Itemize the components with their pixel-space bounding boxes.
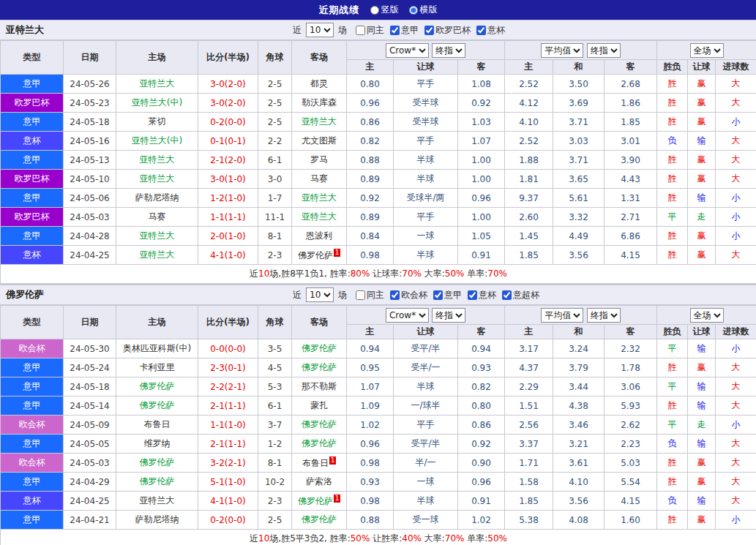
match-count-select[interactable]: 10: [306, 287, 334, 302]
match-score[interactable]: 1-1(1-1): [198, 208, 258, 227]
layout-horizontal-option[interactable]: 横版: [409, 4, 438, 16]
league-filter-option[interactable]: 欧会杯: [390, 289, 427, 301]
team-name-link[interactable]: 佛罗伦萨: [140, 381, 175, 391]
odds-company-select[interactable]: Crow*: [386, 308, 429, 323]
team-name-link[interactable]: 佛罗伦萨: [140, 457, 175, 467]
team-name-link[interactable]: 罗马: [310, 154, 328, 165]
team-name-link[interactable]: 萨勒尼塔纳: [135, 514, 179, 525]
odds-value-1: 受平/半: [394, 435, 458, 454]
match-score[interactable]: 0-2(0-0): [198, 113, 258, 132]
league-filter-checkbox[interactable]: [390, 290, 400, 300]
match-score[interactable]: 3-0(1-0): [198, 170, 258, 189]
league-filter-checkbox[interactable]: [468, 290, 477, 300]
team-name-link[interactable]: 那不勒斯: [302, 381, 337, 391]
match-score[interactable]: 2-0(1-0): [198, 227, 258, 246]
team-name-link[interactable]: 亚特兰大: [140, 78, 175, 89]
league-filter-option[interactable]: 意杯: [476, 24, 505, 37]
league-filter-option[interactable]: 意甲: [390, 24, 419, 37]
team-name-link[interactable]: 佛罗伦萨: [140, 400, 175, 410]
league-filter-option[interactable]: 同主: [356, 24, 384, 37]
team-name-link[interactable]: 卡利亚里: [140, 362, 175, 372]
avg-select[interactable]: 平均值: [541, 43, 583, 58]
match-score[interactable]: 4-1(1-0): [198, 492, 258, 511]
league-filter-checkbox[interactable]: [476, 26, 486, 35]
team-name-link[interactable]: 布鲁日: [144, 419, 171, 429]
league-filter-checkbox[interactable]: [502, 290, 512, 300]
odds-close-select[interactable]: 终指: [432, 308, 465, 323]
team-name-link[interactable]: 恩波利: [306, 230, 332, 241]
league-filter-checkbox[interactable]: [424, 26, 434, 35]
odds-value-1: 受一球: [394, 511, 458, 530]
match-score[interactable]: 5-1(1-0): [198, 473, 258, 492]
team-name-link[interactable]: 奥林匹亚科斯(中): [123, 343, 191, 353]
team-name-link[interactable]: 萨勒尼塔纳: [135, 192, 179, 203]
team-name-link[interactable]: 佛罗伦萨: [302, 438, 337, 448]
scope-select[interactable]: 全场: [690, 308, 724, 323]
team-name-link[interactable]: 佛罗伦萨: [302, 514, 337, 525]
team-name-link[interactable]: 佛罗伦萨: [302, 343, 337, 353]
team-name-link[interactable]: 莱切: [149, 116, 166, 127]
odds-company-select[interactable]: Crow*: [386, 43, 429, 58]
team-name-link[interactable]: 布鲁日: [302, 458, 329, 468]
league-filter-checkbox[interactable]: [356, 290, 365, 300]
match-score[interactable]: 0-1(0-1): [198, 132, 258, 151]
match-score[interactable]: 3-0(2-0): [198, 94, 258, 113]
match-score[interactable]: 2-1(2-0): [198, 151, 258, 170]
team-name-link[interactable]: 马赛: [149, 211, 166, 222]
league-filter-option[interactable]: 同主: [356, 289, 384, 301]
team-name-link[interactable]: 亚特兰大: [140, 230, 175, 241]
odds-value-4: 4.10: [553, 473, 605, 492]
league-filter-option[interactable]: 意超杯: [502, 289, 539, 301]
team-name-link[interactable]: 亚特兰大(中): [132, 135, 182, 146]
league-filter-checkbox[interactable]: [390, 26, 400, 35]
match-score[interactable]: 1-1(1-0): [198, 416, 258, 435]
team-name-link[interactable]: 尤文图斯: [302, 135, 337, 146]
odds-close-select[interactable]: 终指: [432, 43, 465, 58]
league-filter-checkbox[interactable]: [356, 26, 365, 35]
match-score[interactable]: 0-2(0-0): [198, 511, 258, 530]
match-score[interactable]: 2-2(2-1): [198, 377, 258, 396]
match-score[interactable]: 4-1(1-0): [198, 246, 258, 265]
team-name-link[interactable]: 佛罗伦萨: [302, 419, 337, 429]
team-name-link[interactable]: 亚特兰大: [302, 192, 337, 203]
team-name-link[interactable]: 勒沃库森: [302, 97, 337, 108]
team-name-link[interactable]: 维罗纳: [144, 438, 171, 448]
league-filter-option[interactable]: 欧罗巴杯: [424, 24, 471, 37]
team-name-link[interactable]: 亚特兰大: [302, 211, 337, 222]
team-name-link[interactable]: 亚特兰大(中): [132, 97, 182, 108]
team-name-link[interactable]: 亚特兰大: [140, 249, 175, 260]
league-filter-option[interactable]: 意甲: [433, 289, 462, 301]
team-name-link[interactable]: 蒙扎: [310, 400, 328, 410]
team-name-link[interactable]: 亚特兰大: [140, 495, 175, 505]
match-score[interactable]: 1-2(1-0): [198, 189, 258, 208]
team-name-link[interactable]: 佛罗伦萨: [298, 250, 333, 260]
team-name-link[interactable]: 亚特兰大: [140, 154, 175, 165]
team-name-link[interactable]: 都灵: [310, 78, 328, 89]
match-score[interactable]: 2-3(0-1): [198, 358, 258, 377]
match-score[interactable]: 2-1(1-1): [198, 396, 258, 416]
corner-score: 2-5: [258, 511, 292, 530]
team-name-link[interactable]: 佛罗伦萨: [302, 362, 337, 372]
match-score[interactable]: 2-1(1-1): [198, 435, 258, 454]
match-count-select[interactable]: 10: [306, 23, 334, 37]
team-name-link[interactable]: 佛罗伦萨: [140, 476, 175, 486]
match-score[interactable]: 3-2(2-1): [198, 454, 258, 473]
team-name-link[interactable]: 马赛: [310, 173, 328, 184]
avg-close-select[interactable]: 终指: [587, 43, 621, 58]
team-name-link[interactable]: 萨索洛: [306, 476, 332, 486]
avg-select[interactable]: 平均值: [541, 308, 583, 323]
avg-close-select[interactable]: 终指: [587, 308, 621, 323]
match-score[interactable]: 3-0(2-0): [198, 75, 258, 94]
team-name-link[interactable]: 亚特兰大: [302, 116, 337, 127]
layout-vertical-option[interactable]: 竖版: [370, 4, 399, 16]
team-name-link[interactable]: 亚特兰大: [140, 173, 175, 184]
match-score[interactable]: 0-0(0-0): [198, 339, 258, 358]
league-filter-option[interactable]: 意杯: [468, 289, 496, 301]
league-filter-checkbox[interactable]: [433, 290, 443, 300]
scope-select[interactable]: 全场: [690, 43, 724, 58]
layout-horizontal-radio[interactable]: [409, 6, 418, 15]
team-name-link[interactable]: 佛罗伦萨: [298, 496, 333, 506]
layout-vertical-radio[interactable]: [370, 6, 379, 15]
odds-value-5: 5.93: [605, 396, 657, 416]
match-date: 24-05-18: [64, 377, 116, 396]
